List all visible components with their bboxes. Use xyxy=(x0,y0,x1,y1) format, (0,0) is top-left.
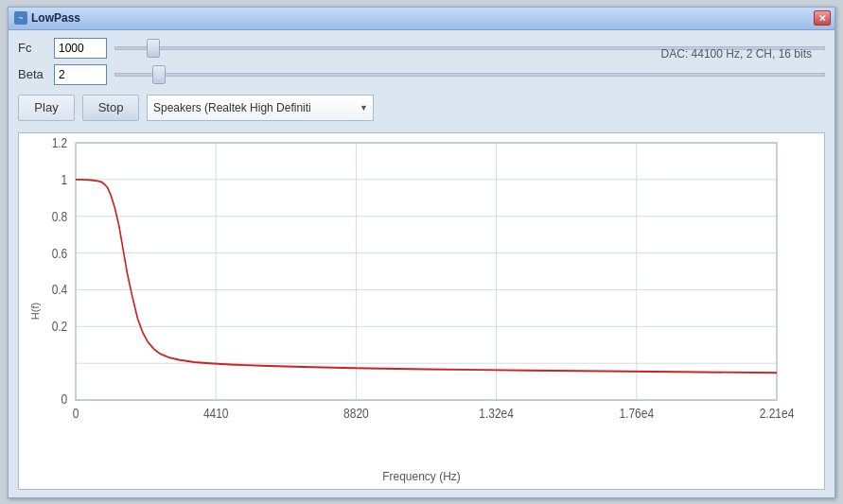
filter-curve xyxy=(76,179,777,372)
chart-svg: 1.2 1 0.8 0.6 0.4 0.2 0 0 4410 8820 1.32… xyxy=(76,143,777,451)
fc-row: Fc DAC: 44100 Hz, 2 CH, 16 bits xyxy=(18,38,825,59)
beta-slider-container xyxy=(114,64,825,85)
beta-row: Beta xyxy=(18,64,825,85)
controls-row: Play Stop Speakers (Realtek High Definit… xyxy=(18,91,825,125)
svg-text:1: 1 xyxy=(61,172,68,187)
svg-text:1.2: 1.2 xyxy=(52,135,68,150)
svg-text:8820: 8820 xyxy=(343,406,369,421)
svg-text:2.21e4: 2.21e4 xyxy=(760,406,795,421)
window-title: LowPass xyxy=(31,11,80,25)
content-area: Fc DAC: 44100 Hz, 2 CH, 16 bits Beta Pla… xyxy=(9,30,834,497)
beta-input[interactable] xyxy=(54,64,107,85)
device-select[interactable]: Speakers (Realtek High Definiti xyxy=(147,95,374,121)
svg-text:0.6: 0.6 xyxy=(52,245,68,260)
svg-text:0.4: 0.4 xyxy=(52,282,68,297)
app-icon: ~ xyxy=(14,11,27,25)
beta-slider[interactable] xyxy=(114,73,825,77)
svg-rect-14 xyxy=(76,143,777,400)
svg-text:0.2: 0.2 xyxy=(52,319,68,334)
beta-label: Beta xyxy=(18,67,46,81)
fc-label: Fc xyxy=(18,41,46,55)
svg-text:1.76e4: 1.76e4 xyxy=(619,406,654,421)
svg-text:0: 0 xyxy=(73,406,79,421)
device-select-wrapper: Speakers (Realtek High Definiti xyxy=(147,95,374,121)
chart-area: H(f) xyxy=(18,132,825,490)
title-bar-left: ~ LowPass xyxy=(14,11,80,25)
play-button[interactable]: Play xyxy=(18,95,75,121)
title-bar: ~ LowPass ✕ xyxy=(9,8,834,30)
stop-button[interactable]: Stop xyxy=(82,95,139,121)
svg-text:0.8: 0.8 xyxy=(52,208,68,223)
close-button[interactable]: ✕ xyxy=(814,10,831,26)
svg-text:1.32e4: 1.32e4 xyxy=(479,406,514,421)
svg-text:4410: 4410 xyxy=(203,406,229,421)
y-axis-label: H(f) xyxy=(29,302,41,319)
fc-input[interactable] xyxy=(54,38,107,59)
main-window: ~ LowPass ✕ Fc DAC: 44100 Hz, 2 CH, 16 b… xyxy=(8,7,835,498)
dac-info: DAC: 44100 Hz, 2 CH, 16 bits xyxy=(661,47,812,61)
svg-text:0: 0 xyxy=(61,391,68,407)
x-axis-label: Frequency (Hz) xyxy=(382,470,461,483)
chart-inner: 1.2 1 0.8 0.6 0.4 0.2 0 0 4410 8820 1.32… xyxy=(76,143,777,451)
